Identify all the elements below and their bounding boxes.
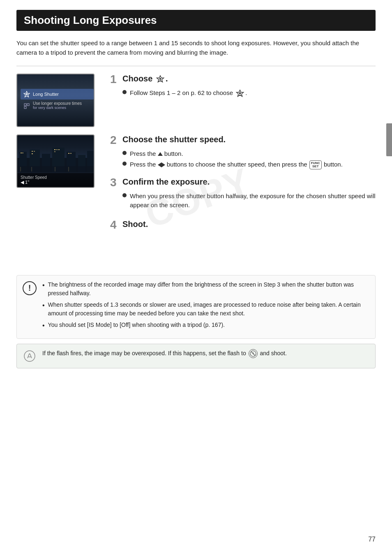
step-1-bullets: Follow Steps 1 – 2 on p. 62 to choose .	[122, 88, 376, 97]
exposure-menu-icon	[23, 102, 30, 109]
step-2-screenshot: Shutter Speed ◀ 1"	[16, 134, 95, 188]
copy-shape	[16, 219, 78, 260]
step-1-number: 1	[110, 74, 119, 85]
step-3-bullets: When you press the shutter button halfwa…	[122, 192, 376, 210]
warning-notice-box: ! The brightness of the recorded image m…	[16, 275, 376, 339]
left-arrow-icon	[158, 162, 161, 167]
func-set-button-icon: FUNC SET	[309, 160, 322, 169]
step-1-image-col: Long Shutter	[16, 74, 99, 127]
step-2-bullets: Press the button. Press the buttons to c…	[122, 149, 376, 170]
section-divider	[16, 66, 376, 66]
menu-overlay: Long Shutter	[17, 74, 94, 126]
svg-rect-27	[70, 153, 71, 154]
svg-rect-26	[68, 153, 69, 154]
svg-rect-22	[54, 149, 55, 150]
step-2-title: Choose the shutter speed.	[122, 134, 226, 144]
long-shutter-icon-inline	[235, 89, 244, 97]
step-2-number: 2	[110, 134, 119, 146]
step-2-header: 2 Choose the shutter speed.	[110, 134, 376, 146]
svg-rect-25	[54, 151, 55, 152]
pencil-icon	[23, 349, 37, 363]
warning-notice-text: The brightness of the recorded image may…	[42, 280, 369, 333]
menu-item-long-shutter: Long Shutter	[21, 89, 94, 99]
step-2-image-col: Shutter Speed ◀ 1"	[16, 134, 99, 188]
step-2-content: 2 Choose the shutter speed. Press the bu…	[110, 134, 376, 212]
step-2-bullet-1: Press the button.	[122, 149, 376, 158]
page-container: Shooting Long Exposures You can set the …	[0, 0, 392, 553]
step-2-row: Shutter Speed ◀ 1" 2 Choose the shutter …	[16, 134, 376, 212]
step-3-title: Confirm the exposure.	[122, 177, 210, 187]
shutter-overlay: Shutter Speed ◀ 1"	[17, 173, 94, 187]
step-4-row: 4 Shoot.	[16, 219, 376, 260]
menu-sublabel-dark: for very dark scenes	[33, 106, 82, 110]
svg-point-1	[26, 93, 28, 95]
title-text: Shooting Long Exposures	[24, 14, 157, 26]
bullet-dot	[122, 162, 127, 166]
step-3-header: 3 Confirm the exposure.	[110, 177, 376, 188]
step-1-bullet-1: Follow Steps 1 – 2 on p. 62 to choose .	[122, 88, 376, 97]
bullet-dot	[122, 193, 127, 197]
step-4-header: 4 Shoot.	[110, 219, 376, 231]
warning-icon: !	[23, 281, 37, 295]
step-1-content: 1 Choose . Follow Steps 1 – 2 on p. 62 t…	[110, 74, 376, 99]
menu-label-long-shutter: Long Shutter	[33, 92, 59, 97]
pencil-notice-box: If the flash fires, the image may be ove…	[16, 344, 376, 368]
svg-point-33	[24, 351, 35, 361]
city-lights-decoration	[17, 143, 94, 168]
step-4-title: Shoot.	[122, 219, 148, 229]
warning-item-3: You should set [IS Mode] to [Off] when s…	[42, 321, 369, 331]
step-4-image-spacer	[16, 219, 99, 260]
svg-rect-18	[22, 153, 23, 153]
svg-rect-20	[34, 151, 35, 152]
svg-point-6	[159, 78, 161, 80]
svg-rect-4	[24, 106, 26, 109]
page-title: Shooting Long Exposures	[16, 10, 376, 31]
up-arrow-icon	[158, 152, 163, 156]
menu-label-use-longer: Use longer exposure times	[33, 101, 82, 106]
svg-rect-21	[32, 153, 33, 154]
step-1-title: Choose .	[122, 74, 168, 83]
step-1-header: 1 Choose .	[110, 74, 376, 85]
shutter-speed-value: ◀ 1"	[21, 180, 90, 185]
svg-rect-19	[32, 151, 33, 152]
step-4-content: 4 Shoot.	[110, 219, 376, 234]
svg-rect-23	[56, 149, 58, 150]
step-3-container: 3 Confirm the exposure. When you press t…	[110, 177, 376, 210]
step-2-bullet-2: Press the buttons to choose the shutter …	[122, 160, 376, 169]
steps-section: Long Shutter	[16, 74, 376, 268]
bullet-dot	[122, 90, 127, 94]
page-number: 77	[368, 536, 376, 543]
flash-off-svg	[250, 350, 256, 357]
pencil-notice-text: If the flash fires, the image may be ove…	[42, 349, 287, 358]
pencil-svg	[23, 350, 36, 362]
section-tab	[386, 123, 392, 156]
star-menu-icon	[23, 90, 30, 98]
right-arrow-icon	[161, 162, 165, 167]
step-1-row: Long Shutter	[16, 74, 376, 127]
step-3-number: 3	[110, 177, 119, 188]
svg-point-8	[239, 92, 241, 94]
intro-paragraph: You can set the shutter speed to a range…	[16, 38, 376, 58]
warning-item-1: The brightness of the recorded image may…	[42, 280, 369, 298]
step-4-number: 4	[110, 219, 119, 231]
step-3-bullet-1: When you press the shutter button halfwa…	[122, 192, 376, 210]
bullet-dot	[122, 151, 127, 155]
svg-rect-17	[21, 153, 22, 153]
flash-off-icon	[249, 349, 258, 358]
svg-rect-24	[58, 149, 60, 150]
svg-rect-2	[24, 104, 26, 106]
menu-item-sublabel: Use longer exposure times for very dark …	[21, 99, 94, 111]
step-1-screenshot: Long Shutter	[16, 74, 95, 127]
svg-rect-28	[17, 166, 95, 172]
city-svg	[17, 143, 95, 172]
warning-item-2: When shutter speeds of 1.3 seconds or sl…	[42, 301, 369, 318]
long-shutter-icon-title	[156, 75, 165, 83]
svg-rect-3	[27, 104, 29, 106]
shutter-speed-label: Shutter Speed	[21, 175, 90, 180]
